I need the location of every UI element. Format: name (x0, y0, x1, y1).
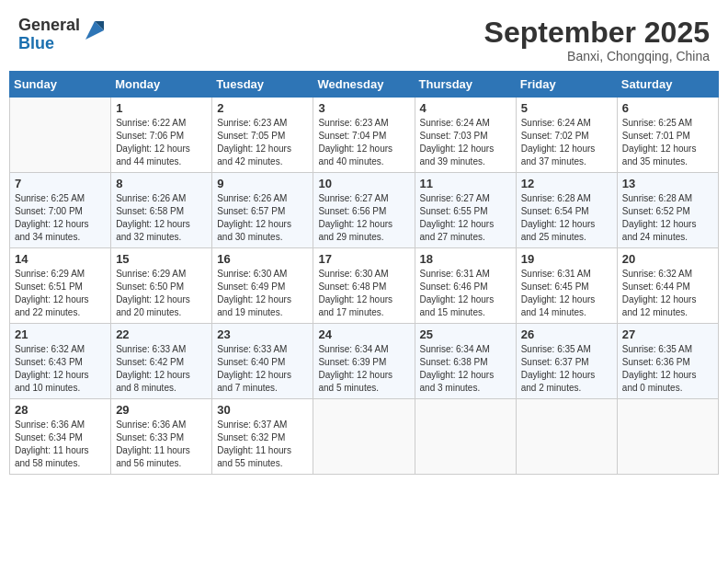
day-cell: 1Sunrise: 6:22 AM Sunset: 7:06 PM Daylig… (111, 98, 212, 173)
day-number: 21 (15, 327, 106, 341)
day-number: 3 (318, 101, 409, 115)
day-cell: 25Sunrise: 6:34 AM Sunset: 6:38 PM Dayli… (415, 324, 516, 399)
day-number: 15 (116, 252, 207, 266)
day-info: Sunrise: 6:32 AM Sunset: 6:43 PM Dayligh… (15, 343, 106, 395)
day-info: Sunrise: 6:33 AM Sunset: 6:40 PM Dayligh… (217, 343, 308, 395)
day-cell: 3Sunrise: 6:23 AM Sunset: 7:04 PM Daylig… (313, 98, 415, 173)
day-number: 28 (15, 403, 106, 417)
day-cell: 27Sunrise: 6:35 AM Sunset: 6:36 PM Dayli… (617, 324, 718, 399)
day-cell: 10Sunrise: 6:27 AM Sunset: 6:56 PM Dayli… (313, 173, 415, 248)
day-cell: 16Sunrise: 6:30 AM Sunset: 6:49 PM Dayli… (212, 248, 313, 324)
day-cell: 19Sunrise: 6:31 AM Sunset: 6:45 PM Dayli… (516, 248, 617, 324)
weekday-thursday: Thursday (415, 72, 516, 98)
day-number: 2 (217, 101, 308, 115)
day-cell: 17Sunrise: 6:30 AM Sunset: 6:48 PM Dayli… (313, 248, 415, 324)
day-info: Sunrise: 6:36 AM Sunset: 6:33 PM Dayligh… (116, 419, 207, 470)
day-cell (10, 98, 111, 173)
day-info: Sunrise: 6:29 AM Sunset: 6:51 PM Dayligh… (15, 268, 106, 319)
day-info: Sunrise: 6:26 AM Sunset: 6:58 PM Dayligh… (116, 192, 207, 244)
day-info: Sunrise: 6:23 AM Sunset: 7:05 PM Dayligh… (217, 117, 308, 168)
day-info: Sunrise: 6:27 AM Sunset: 6:56 PM Dayligh… (318, 192, 409, 244)
day-number: 29 (116, 403, 207, 417)
day-info: Sunrise: 6:30 AM Sunset: 6:49 PM Dayligh… (217, 268, 308, 319)
day-number: 30 (217, 403, 308, 417)
weekday-tuesday: Tuesday (212, 72, 313, 98)
day-info: Sunrise: 6:28 AM Sunset: 6:54 PM Dayligh… (521, 192, 612, 244)
day-cell: 6Sunrise: 6:25 AM Sunset: 7:01 PM Daylig… (617, 98, 718, 173)
day-number: 23 (217, 327, 308, 341)
day-cell: 22Sunrise: 6:33 AM Sunset: 6:42 PM Dayli… (111, 324, 212, 399)
day-number: 4 (420, 101, 511, 115)
day-cell: 26Sunrise: 6:35 AM Sunset: 6:37 PM Dayli… (516, 324, 617, 399)
weekday-header-row: SundayMondayTuesdayWednesdayThursdayFrid… (10, 72, 719, 98)
day-cell: 8Sunrise: 6:26 AM Sunset: 6:58 PM Daylig… (111, 173, 212, 248)
day-cell (415, 399, 516, 475)
day-info: Sunrise: 6:28 AM Sunset: 6:52 PM Dayligh… (622, 192, 713, 244)
day-number: 10 (318, 177, 409, 190)
week-row-4: 21Sunrise: 6:32 AM Sunset: 6:43 PM Dayli… (10, 324, 719, 399)
day-info: Sunrise: 6:32 AM Sunset: 6:44 PM Dayligh… (622, 268, 713, 319)
week-row-5: 28Sunrise: 6:36 AM Sunset: 6:34 PM Dayli… (10, 399, 719, 475)
day-number: 7 (15, 177, 106, 190)
day-cell: 13Sunrise: 6:28 AM Sunset: 6:52 PM Dayli… (617, 173, 718, 248)
page-header: General Blue September 2025 Banxi, Chong… (9, 9, 719, 63)
day-info: Sunrise: 6:34 AM Sunset: 6:38 PM Dayligh… (420, 343, 511, 395)
day-number: 12 (521, 177, 612, 190)
day-cell: 28Sunrise: 6:36 AM Sunset: 6:34 PM Dayli… (10, 399, 111, 475)
day-info: Sunrise: 6:31 AM Sunset: 6:46 PM Dayligh… (420, 268, 511, 319)
day-info: Sunrise: 6:26 AM Sunset: 6:57 PM Dayligh… (217, 192, 308, 244)
day-cell: 2Sunrise: 6:23 AM Sunset: 7:05 PM Daylig… (212, 98, 313, 173)
day-info: Sunrise: 6:30 AM Sunset: 6:48 PM Dayligh… (318, 268, 409, 319)
day-cell: 29Sunrise: 6:36 AM Sunset: 6:33 PM Dayli… (111, 399, 212, 475)
day-number: 25 (420, 327, 511, 341)
day-cell: 18Sunrise: 6:31 AM Sunset: 6:46 PM Dayli… (415, 248, 516, 324)
day-info: Sunrise: 6:35 AM Sunset: 6:36 PM Dayligh… (622, 343, 713, 395)
day-number: 13 (622, 177, 713, 190)
day-cell: 23Sunrise: 6:33 AM Sunset: 6:40 PM Dayli… (212, 324, 313, 399)
day-number: 27 (622, 327, 713, 341)
day-number: 22 (116, 327, 207, 341)
day-number: 16 (217, 252, 308, 266)
calendar-table: SundayMondayTuesdayWednesdayThursdayFrid… (9, 71, 719, 475)
day-number: 6 (622, 101, 713, 115)
day-cell: 30Sunrise: 6:37 AM Sunset: 6:32 PM Dayli… (212, 399, 313, 475)
week-row-1: 1Sunrise: 6:22 AM Sunset: 7:06 PM Daylig… (10, 98, 719, 173)
day-number: 5 (521, 101, 612, 115)
day-number: 20 (622, 252, 713, 266)
day-info: Sunrise: 6:31 AM Sunset: 6:45 PM Dayligh… (521, 268, 612, 319)
day-cell (313, 399, 415, 475)
day-number: 26 (521, 327, 612, 341)
day-cell: 4Sunrise: 6:24 AM Sunset: 7:03 PM Daylig… (415, 98, 516, 173)
day-info: Sunrise: 6:34 AM Sunset: 6:39 PM Dayligh… (318, 343, 409, 395)
day-number: 14 (15, 252, 106, 266)
day-info: Sunrise: 6:36 AM Sunset: 6:34 PM Dayligh… (15, 419, 106, 470)
weekday-saturday: Saturday (617, 72, 718, 98)
title-section: September 2025 Banxi, Chongqing, China (484, 17, 710, 63)
logo-icon (82, 17, 108, 43)
day-number: 24 (318, 327, 409, 341)
day-number: 17 (318, 252, 409, 266)
day-number: 18 (420, 252, 511, 266)
day-info: Sunrise: 6:25 AM Sunset: 7:01 PM Dayligh… (622, 117, 713, 168)
weekday-wednesday: Wednesday (313, 72, 415, 98)
day-cell: 21Sunrise: 6:32 AM Sunset: 6:43 PM Dayli… (10, 324, 111, 399)
day-number: 9 (217, 177, 308, 190)
day-number: 11 (420, 177, 511, 190)
day-info: Sunrise: 6:35 AM Sunset: 6:37 PM Dayligh… (521, 343, 612, 395)
day-info: Sunrise: 6:24 AM Sunset: 7:03 PM Dayligh… (420, 117, 511, 168)
day-cell: 15Sunrise: 6:29 AM Sunset: 6:50 PM Dayli… (111, 248, 212, 324)
day-cell (516, 399, 617, 475)
day-info: Sunrise: 6:22 AM Sunset: 7:06 PM Dayligh… (116, 117, 207, 168)
day-number: 8 (116, 177, 207, 190)
day-info: Sunrise: 6:27 AM Sunset: 6:55 PM Dayligh… (420, 192, 511, 244)
weekday-friday: Friday (516, 72, 617, 98)
day-cell (617, 399, 718, 475)
location: Banxi, Chongqing, China (484, 49, 710, 63)
month-title: September 2025 (484, 17, 710, 49)
weekday-sunday: Sunday (10, 72, 111, 98)
day-cell: 5Sunrise: 6:24 AM Sunset: 7:02 PM Daylig… (516, 98, 617, 173)
day-info: Sunrise: 6:29 AM Sunset: 6:50 PM Dayligh… (116, 268, 207, 319)
day-cell: 24Sunrise: 6:34 AM Sunset: 6:39 PM Dayli… (313, 324, 415, 399)
day-cell: 9Sunrise: 6:26 AM Sunset: 6:57 PM Daylig… (212, 173, 313, 248)
day-info: Sunrise: 6:25 AM Sunset: 7:00 PM Dayligh… (15, 192, 106, 244)
